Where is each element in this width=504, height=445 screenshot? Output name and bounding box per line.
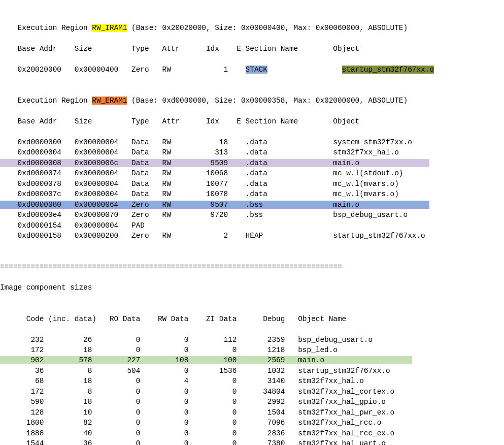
region1-suffix: (Base: 0x20020000, Size: 0x00000400, Max… [127, 24, 408, 32]
ics-row1: 172 18 0 0 0 1218 bsp_led.o [0, 346, 338, 354]
ics-row2: 902 578 227 108 100 2569 main.o [0, 356, 324, 364]
region1-row-pre: 0x20020000 0x00000400 Zero RW 1 [0, 66, 246, 74]
region2-row8: 0xd0000154 0x00000004 PAD [0, 221, 145, 230]
region2-row6: 0xd0000080 0x00000064 Zero RW 9507 .bss … [0, 201, 359, 209]
ics-row3: 36 8 504 0 1536 1032 startup_stm32f767xx… [0, 367, 390, 375]
ics-row10: 1544 36 0 0 0 7380 stm32f7xx_hal_uart.o [0, 439, 386, 445]
ics-row4: 68 18 0 4 0 3140 stm32f7xx_hal.o [0, 377, 364, 385]
region1-row-mid [267, 66, 342, 74]
region2-suffix: (Base: 0xd0000000, Size: 0x00000358, Max… [127, 97, 408, 105]
region2-row1: 0xd0000004 0x00000004 Data RW 313 .data … [0, 148, 399, 156]
row-pad [359, 201, 429, 209]
region1-prefix: Execution Region [0, 24, 92, 32]
region2-row3: 0xd0000074 0x00000004 Data RW 10068 .dat… [0, 169, 404, 177]
region1-object: startup_stm32f767xx.o [342, 66, 434, 74]
region1-header: Base Addr Size Type Attr Idx E Section N… [0, 45, 359, 53]
ics-row8: 1800 82 0 0 0 7096 stm32f7xx_hal_rcc.o [0, 419, 381, 427]
ics-header: Code (inc. data) RO Data RW Data ZI Data… [0, 315, 346, 323]
divider: ========================================… [0, 263, 342, 271]
ics-row5: 172 8 0 0 0 34804 stm32f7xx_hal_cortex.o [0, 388, 394, 396]
ics-row6: 590 18 0 0 0 2992 stm32f7xx_hal_gpio.o [0, 398, 386, 406]
ics-row9: 1888 40 0 0 0 2836 stm32f7xx_hal_rcc_ex.… [0, 429, 394, 437]
ics-row0: 232 26 0 0 112 2359 bsp_debug_usart.o [0, 336, 373, 344]
region2-prefix: Execution Region [0, 97, 92, 105]
row-pad [359, 159, 429, 167]
stack-label: STACK [246, 66, 267, 74]
region2-row9: 0xd0000158 0x00000200 Zero RW 2 HEAP sta… [0, 232, 425, 240]
row-pad [324, 356, 412, 364]
image-component-sizes-title: Image component sizes [0, 283, 92, 292]
region2-row0: 0xd0000000 0x00000004 Data RW 18 .data s… [0, 138, 412, 146]
region2-row2: 0xd0000008 0x0000006c Data RW 9509 .data… [0, 159, 359, 167]
region2-row4: 0xd0000078 0x00000004 Data RW 10077 .dat… [0, 180, 399, 188]
ics-row7: 128 10 0 0 0 1504 stm32f7xx_hal_pwr_ex.o [0, 408, 394, 417]
region2-header: Base Addr Size Type Attr Idx E Section N… [0, 117, 359, 125]
region2-name: RW_ERAM1 [92, 97, 127, 105]
region2-row5: 0xd000007c 0x00000004 Data RW 10078 .dat… [0, 190, 399, 198]
region2-row7: 0xd00000e4 0x00000070 Zero RW 9720 .bss … [0, 211, 408, 219]
region1-name: RW_IRAM1 [92, 24, 127, 32]
